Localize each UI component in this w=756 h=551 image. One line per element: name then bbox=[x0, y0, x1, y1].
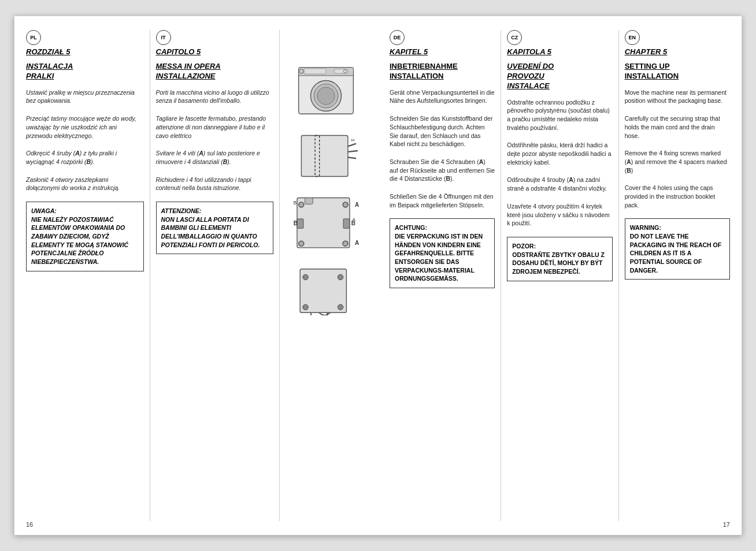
right-page: DE KAPITEL 5 INBETRIEBNAHMEINSTALLATION … bbox=[378, 16, 742, 535]
warning-pl: UWAGA:NIE NALEŻY POZOSTAWIAĆ ELEMENTÓW O… bbox=[26, 202, 144, 271]
page-number-left: 16 bbox=[26, 521, 33, 528]
svg-point-20 bbox=[343, 241, 348, 246]
instruction-de-1: Gerät ohne Verpackungsunterteil in die N… bbox=[390, 88, 495, 105]
chapter-de: KAPITEL 5 bbox=[390, 47, 495, 56]
title-de: INBETRIEBNAHMEINSTALLATION bbox=[390, 62, 495, 81]
svg-rect-15 bbox=[297, 198, 350, 248]
col-cz: CZ KAPITOLA 5 UVEDENÍ DOPROVOZUINSTALACE… bbox=[507, 30, 618, 521]
title-en: SETTING UPINSTALLATION bbox=[625, 62, 730, 81]
svg-point-17 bbox=[299, 202, 304, 207]
chapter-en: CHAPTER 5 bbox=[625, 47, 730, 56]
warning-it: ATTENZIONE:NON LASCI ALLA PORTATA DI BAM… bbox=[156, 202, 274, 254]
svg-rect-16 bbox=[305, 198, 313, 204]
instruction-de-4: Schließen Sie die 4 Öffnungen mit den im… bbox=[390, 192, 495, 209]
col-images: ✂ A A bbox=[286, 30, 366, 521]
svg-line-12 bbox=[348, 157, 356, 158]
svg-line-10 bbox=[348, 144, 356, 147]
instruction-en-3: Remove the 4 fixing screws marked (A) an… bbox=[625, 149, 730, 174]
svg-point-33 bbox=[338, 304, 343, 310]
left-content: PL ROZDZIAŁ 5 INSTALACJAPRALKI Ustawić p… bbox=[26, 30, 366, 521]
warning-en: WARNING:DO NOT LEAVE THE PACKAGING IN TH… bbox=[625, 218, 730, 280]
instruction-cz-4: Uzavřete 4 otvory použitím 4 krytek kter… bbox=[507, 202, 612, 228]
instruction-it-2: Tagliare le fascette fermatubo, prestand… bbox=[156, 114, 274, 140]
svg-point-6 bbox=[317, 87, 335, 105]
lang-circle-pl: PL bbox=[26, 30, 41, 45]
lang-circle-en: EN bbox=[625, 30, 640, 45]
instruction-it-3: Svitare le 4 viti (A) sul lato posterior… bbox=[156, 149, 274, 166]
img-screws: A A B B A B bbox=[291, 195, 361, 253]
title-pl: INSTALACJAPRALKI bbox=[26, 62, 144, 81]
instruction-en-1: Move the machine near its permanent posi… bbox=[625, 88, 730, 105]
img-cut-strap: ✂ bbox=[291, 130, 361, 182]
chapter-pl: ROZDZIAŁ 5 bbox=[26, 47, 144, 56]
svg-text:B: B bbox=[294, 220, 298, 226]
svg-rect-9 bbox=[301, 135, 348, 176]
col-de: DE KAPITEL 5 INBETRIEBNAHMEINSTALLATION … bbox=[390, 30, 501, 521]
instruction-it-4: Richiudere i 4 fori utilizzando i tappi … bbox=[156, 176, 274, 192]
svg-text:A: A bbox=[355, 240, 359, 246]
lang-circle-de: DE bbox=[390, 30, 405, 45]
title-cz: UVEDENÍ DOPROVOZUINSTALACE bbox=[507, 62, 612, 91]
svg-point-31 bbox=[338, 274, 343, 280]
col-it: IT CAPITOLO 5 MESSA IN OPERAINSTALLAZION… bbox=[156, 30, 280, 521]
svg-text:A: A bbox=[352, 217, 355, 222]
svg-point-19 bbox=[299, 241, 304, 246]
right-content: DE KAPITEL 5 INBETRIEBNAHMEINSTALLATION … bbox=[390, 30, 730, 521]
instruction-pl-3: Odkręcić 4 śruby (A) z tyłu pralki i wyc… bbox=[26, 149, 144, 166]
instruction-en-4: Cover the 4 holes using the caps provide… bbox=[625, 184, 730, 209]
svg-rect-2 bbox=[304, 69, 326, 74]
instruction-pl-2: Przeciąć taśmy mocujące węże do wody, uw… bbox=[26, 114, 144, 140]
svg-rect-23 bbox=[297, 219, 303, 228]
instruction-en-2: Carefully cut the securing strap that ho… bbox=[625, 114, 730, 140]
img-machine-front bbox=[291, 65, 361, 117]
col-pl: PL ROZDZIAŁ 5 INSTALACJAPRALKI Ustawić p… bbox=[26, 30, 150, 521]
instruction-pl-4: Zasłonić 4 otwory zaszlepkami dołączonym… bbox=[26, 176, 144, 192]
lang-circle-it: IT bbox=[156, 30, 171, 45]
warning-de: ACHTUNG:DIE VERPACKUNG IST IN DEN HÄNDEN… bbox=[390, 218, 495, 288]
chapter-it: CAPITOLO 5 bbox=[156, 47, 274, 56]
page-number-right: 17 bbox=[723, 521, 730, 528]
instruction-pl-1: Ustawić pralkę w miejscu przeznaczenia b… bbox=[26, 88, 144, 105]
instruction-cz-2: Odstřihněte pásku, která drží hadici a d… bbox=[507, 141, 612, 166]
page-spread: PL ROZDZIAŁ 5 INSTALACJAPRALKI Ustawić p… bbox=[14, 16, 742, 535]
instruction-cz-1: Odstraňte ochrannou podložku z pěnového … bbox=[507, 98, 612, 132]
left-page: PL ROZDZIAŁ 5 INSTALACJAPRALKI Ustawić p… bbox=[14, 16, 378, 535]
svg-text:A: A bbox=[355, 202, 359, 208]
svg-text:✂: ✂ bbox=[351, 137, 355, 143]
svg-text:B: B bbox=[294, 200, 297, 206]
col-en: EN CHAPTER 5 SETTING UPINSTALLATION Move… bbox=[625, 30, 730, 521]
chapter-cz: KAPITOLA 5 bbox=[507, 47, 612, 56]
lang-circle-cz: CZ bbox=[507, 30, 522, 45]
instruction-de-3: Schrauben Sie die 4 Schrauben (A) auf de… bbox=[390, 158, 495, 183]
svg-rect-24 bbox=[343, 219, 350, 228]
svg-point-18 bbox=[343, 202, 348, 207]
title-it: MESSA IN OPERAINSTALLAZIONE bbox=[156, 62, 274, 81]
img-plugs bbox=[294, 266, 358, 315]
svg-point-30 bbox=[303, 274, 308, 280]
instruction-cz-3: Odšroubujte 4 šrouby (A) na zadní straně… bbox=[507, 176, 612, 192]
instruction-it-1: Porti la macchina vicino al luogo di uti… bbox=[156, 88, 274, 105]
svg-line-11 bbox=[348, 151, 358, 152]
warning-cz: POZOR:ODSTRAŇTE ZBYTKY OBALU Z DOSAHU DĚ… bbox=[507, 237, 612, 281]
instruction-de-2: Schneiden Sie das Kunststoffband der Sch… bbox=[390, 114, 495, 148]
svg-point-32 bbox=[303, 304, 308, 310]
